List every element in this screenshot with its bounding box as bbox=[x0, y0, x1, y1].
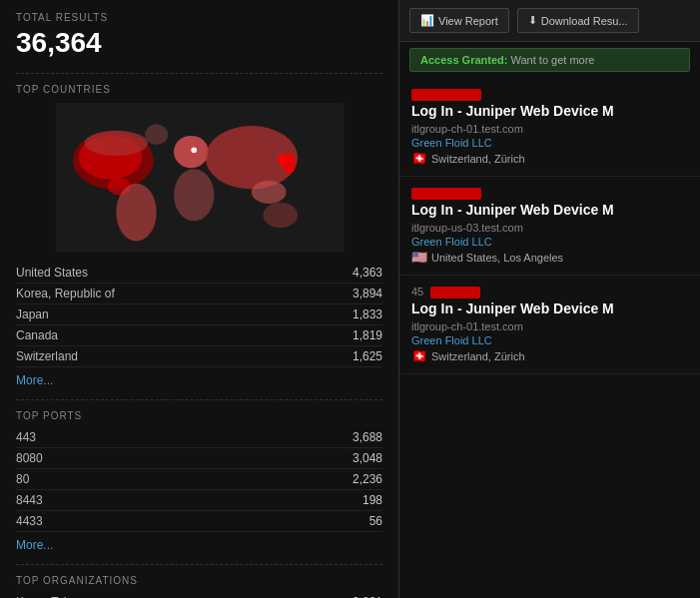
result-card-3: 45 Log In - Juniper Web Device M itlgrou… bbox=[399, 276, 700, 374]
card-2-location-text: United States, Los Angeles bbox=[431, 252, 563, 264]
country-row-switzerland: Switzerland 1,625 bbox=[16, 346, 382, 367]
orgs-list: Korea Telecom 3,001 bbox=[16, 592, 382, 598]
svg-point-10 bbox=[277, 154, 286, 166]
card-3-org[interactable]: Green Floid LLC bbox=[411, 334, 688, 346]
country-row-korea: Korea, Republic of 3,894 bbox=[16, 284, 382, 304]
card-1-location: 🇨🇭 Switzerland, Zürich bbox=[411, 151, 688, 166]
card-3-location: 🇨🇭 Switzerland, Zürich bbox=[411, 348, 688, 363]
port-row-8443: 8443 198 bbox=[16, 490, 382, 511]
svg-point-14 bbox=[145, 124, 168, 145]
card-1-title[interactable]: Log In - Juniper Web Device M bbox=[411, 103, 688, 119]
card-1-flag: 🇨🇭 bbox=[411, 151, 427, 166]
card-1-url: itlgroup-ch-01.test.com bbox=[411, 123, 688, 135]
card-1-number bbox=[411, 88, 688, 101]
country-row-canada: Canada 1,819 bbox=[16, 325, 382, 346]
download-icon: ⬇ bbox=[528, 14, 537, 27]
ports-more-link[interactable]: More... bbox=[16, 538, 53, 552]
card-2-org[interactable]: Green Floid LLC bbox=[411, 236, 688, 248]
card-1-org[interactable]: Green Floid LLC bbox=[411, 137, 688, 149]
port-row-8080: 8080 3,048 bbox=[16, 448, 382, 469]
card-3-title[interactable]: Log In - Juniper Web Device M bbox=[411, 300, 688, 316]
chart-icon: 📊 bbox=[420, 14, 434, 27]
card-2-flag: 🇺🇸 bbox=[411, 250, 427, 265]
card-2-title[interactable]: Log In - Juniper Web Device M bbox=[411, 202, 688, 218]
view-report-button[interactable]: 📊 View Report bbox=[409, 8, 509, 33]
country-row-japan: Japan 1,833 bbox=[16, 304, 382, 325]
card-2-url: itlgroup-us-03.test.com bbox=[411, 222, 688, 234]
ports-list: 443 3,688 8080 3,048 80 2,236 8443 198 4… bbox=[16, 427, 382, 532]
access-granted-bar: Access Granted: Want to get more bbox=[409, 48, 690, 72]
download-button[interactable]: ⬇ Download Resu... bbox=[517, 8, 639, 33]
card-2-location: 🇺🇸 United States, Los Angeles bbox=[411, 250, 688, 265]
right-panel: 📊 View Report ⬇ Download Resu... Access … bbox=[399, 0, 700, 598]
port-row-4433: 4433 56 bbox=[16, 511, 382, 532]
svg-point-13 bbox=[84, 131, 147, 156]
country-list: United States 4,363 Korea, Republic of 3… bbox=[16, 263, 382, 367]
card-3-url: itlgroup-ch-01.test.com bbox=[411, 320, 688, 332]
svg-point-5 bbox=[174, 169, 214, 221]
result-card-1: Log In - Juniper Web Device M itlgroup-c… bbox=[399, 78, 700, 177]
svg-point-12 bbox=[191, 147, 197, 153]
svg-point-4 bbox=[174, 136, 209, 168]
svg-point-7 bbox=[251, 181, 286, 204]
country-row-us: United States 4,363 bbox=[16, 263, 382, 284]
card-3-num-text: 45 bbox=[411, 286, 423, 298]
top-ports-label: TOP PORTS bbox=[16, 410, 382, 421]
port-row-443: 443 3,688 bbox=[16, 427, 382, 448]
svg-point-8 bbox=[263, 203, 298, 228]
card-3-flag: 🇨🇭 bbox=[411, 348, 427, 363]
countries-more-link[interactable]: More... bbox=[16, 373, 53, 387]
card-1-location-text: Switzerland, Zürich bbox=[431, 153, 525, 165]
top-orgs-label: TOP ORGANIZATIONS bbox=[16, 575, 382, 586]
right-toolbar: 📊 View Report ⬇ Download Resu... bbox=[399, 0, 700, 42]
top-countries-label: TOP COUNTRIES bbox=[16, 84, 382, 95]
port-row-80: 80 2,236 bbox=[16, 469, 382, 490]
org-row-korea-telecom: Korea Telecom 3,001 bbox=[16, 592, 382, 598]
redact-bar-1 bbox=[411, 89, 481, 101]
access-granted-message: Want to get more bbox=[511, 54, 595, 66]
total-label: TOTAL RESULTS bbox=[16, 12, 382, 23]
total-value: 36,364 bbox=[16, 27, 382, 59]
result-card-2: Log In - Juniper Web Device M itlgroup-u… bbox=[399, 177, 700, 276]
redact-bar-3 bbox=[430, 287, 480, 299]
card-2-number bbox=[411, 187, 688, 200]
left-panel: TOTAL RESULTS 36,364 TOP COUNTRIES bbox=[0, 0, 399, 598]
card-3-location-text: Switzerland, Zürich bbox=[431, 350, 525, 362]
redact-bar-2 bbox=[411, 188, 481, 200]
access-granted-label: Access Granted: bbox=[420, 54, 507, 66]
svg-point-3 bbox=[116, 184, 156, 242]
world-map bbox=[16, 103, 382, 253]
card-3-number: 45 bbox=[411, 286, 688, 299]
